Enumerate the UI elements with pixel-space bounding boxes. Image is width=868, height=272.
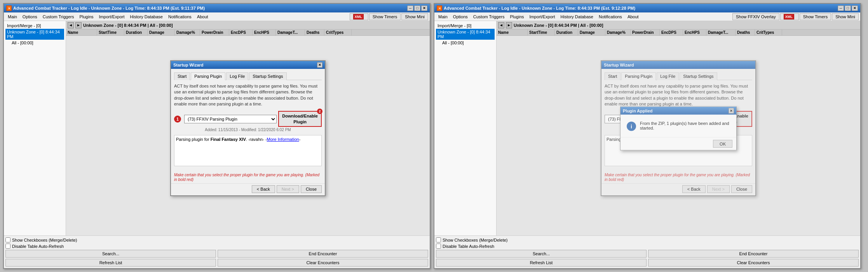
dialog-tab-parsing-2[interactable]: Parsing Plugin — [621, 72, 656, 80]
startup-wizard-dialog-2: Startup Wizard Start Parsing Plugin Log … — [601, 60, 756, 196]
back-btn-1[interactable]: < Back — [252, 185, 275, 193]
search-btn-2[interactable]: Search... — [436, 250, 647, 258]
checkbox-merge-label-2: Show Checkboxes (Merge/Delete) — [443, 238, 508, 242]
plugin-date-1: Added: 11/15/2013 - Modified: 1/22/2020 … — [174, 128, 322, 132]
window-controls-1: ─ □ ✕ — [407, 5, 427, 11]
dialog-footer-2: < Back Next > Close — [601, 183, 755, 195]
menu-about-1[interactable]: About — [195, 14, 211, 20]
refresh-btn-2[interactable]: Refresh List — [436, 259, 647, 267]
minimize-btn-2[interactable]: ─ — [838, 5, 844, 11]
plugin-desc-text-1: Parsing plugin for Final Fantasy XIV. -r… — [176, 137, 300, 142]
menu-notifications-2[interactable]: Notifications — [596, 14, 624, 20]
sidebar-all-2[interactable]: All - [00:00] — [436, 40, 495, 46]
plugin-applied-close-btn[interactable]: ✕ — [729, 108, 734, 113]
plugin-applied-footer: OK — [620, 137, 736, 150]
clear-encounters-btn-1[interactable]: Clear Encounters — [218, 259, 428, 267]
bottom-bar-2: Show Checkboxes (Merge/Delete) Disable T… — [434, 235, 860, 268]
checkbox-refresh-label-2: Disable Table Auto-Refresh — [443, 244, 494, 249]
menu-about-2[interactable]: About — [625, 14, 641, 20]
dialog-tab-startup-1[interactable]: Startup Settings — [249, 72, 286, 80]
close-btn-dialog-2[interactable]: Close — [731, 185, 752, 193]
close-btn-dialog-1[interactable]: Close — [301, 185, 322, 193]
end-encounter-btn-1[interactable]: End Encounter — [218, 250, 428, 258]
sidebar-unknown-zone-2[interactable]: Unknown Zone - [0] 8:44:34 PM — [436, 29, 495, 40]
dialog-title-1: Startup Wizard — [173, 63, 204, 67]
sidebar-import-merge-1[interactable]: Import/Merge - [0] — [5, 23, 64, 29]
checkbox-row-3: Show Checkboxes (Merge/Delete) — [436, 237, 859, 242]
plugin-applied-title-bar: Plugin Applied ✕ — [620, 107, 736, 114]
dialog-body-1: Start Parsing Plugin Log File Startup Se… — [171, 69, 325, 172]
search-btn-1[interactable]: Search... — [5, 250, 216, 258]
dialog-description-2: ACT by itself does not have any capabili… — [605, 83, 752, 107]
menu-options-1[interactable]: Options — [20, 14, 40, 20]
show-ffxiv-overlay-btn[interactable]: Show FFXIV Overlay — [732, 13, 779, 20]
window-controls-2: ─ □ ✕ — [838, 5, 858, 11]
checkbox-merge-delete-2[interactable] — [436, 237, 441, 242]
app-icon-1: ⚔ — [6, 5, 12, 11]
menu-history-2[interactable]: History Database — [558, 14, 596, 20]
checkbox-row-4: Disable Table Auto-Refresh — [436, 244, 859, 249]
checkbox-refresh-label-1: Disable Table Auto-Refresh — [12, 244, 64, 249]
show-mini-btn-2[interactable]: Show Mini — [832, 13, 859, 20]
menu-bar-2: Main Options Custom Triggers Plugins Imp… — [434, 12, 860, 21]
window1: ⚔ Advanced Combat Tracker - Log Idle - U… — [3, 3, 431, 269]
next-btn-1[interactable]: Next > — [277, 185, 299, 193]
menu-import-export-2[interactable]: Import/Export — [527, 14, 558, 20]
warning-container-2: Make certain that you select the proper … — [601, 172, 755, 183]
info-icon: i — [627, 121, 636, 131]
menu-main-2[interactable]: Main — [436, 14, 450, 20]
plugin-select-1[interactable]: (73) FFXIV Parsing Plugin — [184, 115, 277, 123]
end-encounter-btn-2[interactable]: End Encounter — [648, 250, 859, 258]
menu-plugins-2[interactable]: Plugins — [507, 14, 526, 20]
plugin-applied-dialog: Plugin Applied ✕ i From the ZIP, 1 plugi… — [620, 106, 737, 150]
dialog-tab-logfile-2[interactable]: Log File — [657, 72, 679, 80]
menu-plugins-1[interactable]: Plugins — [77, 14, 96, 20]
show-timers-btn-2[interactable]: Show Timers — [800, 13, 831, 20]
menu-notifications-1[interactable]: Notifications — [166, 14, 194, 20]
number-badge-1: 1 — [174, 116, 181, 123]
dialog-tab-parsing-1[interactable]: Parsing Plugin — [191, 72, 225, 80]
menu-history-1[interactable]: History Database — [128, 14, 165, 20]
dialog-tab-logfile-1[interactable]: Log File — [226, 72, 248, 80]
clear-encounters-btn-2[interactable]: Clear Encounters — [648, 259, 859, 267]
maximize-btn-2[interactable]: □ — [845, 5, 851, 11]
checkbox-auto-refresh-2[interactable] — [436, 244, 441, 249]
show-mini-btn-1[interactable]: Show Mini — [401, 13, 428, 20]
sidebar-import-merge-2[interactable]: Import/Merge - [0] — [436, 23, 495, 29]
sidebar-all-1[interactable]: All - [00:00] — [5, 40, 64, 46]
sidebar-unknown-zone-1[interactable]: Unknown Zone - [0] 8:44:34 PM — [5, 29, 64, 40]
refresh-btn-1[interactable]: Refresh List — [5, 259, 216, 267]
dialog-tab-bar-1: Start Parsing Plugin Log File Startup Se… — [174, 72, 322, 80]
menu-import-export-1[interactable]: Import/Export — [97, 14, 127, 20]
plugin-applied-ok-btn[interactable]: OK — [713, 140, 732, 147]
dialog-tab-startup-2[interactable]: Startup Settings — [680, 72, 717, 80]
checkbox-merge-delete-1[interactable] — [5, 237, 10, 242]
more-info-link-1[interactable]: More Information — [267, 137, 299, 142]
dialog-tab-start-2[interactable]: Start — [605, 72, 620, 80]
checkbox-row-1: Show Checkboxes (Merge/Delete) — [5, 237, 428, 242]
sidebar-2: Import/Merge - [0] Unknown Zone - [0] 8:… — [434, 21, 497, 235]
dialog-tab-start-1[interactable]: Start — [174, 72, 190, 80]
back-btn-2[interactable]: < Back — [682, 185, 706, 193]
close-btn-1[interactable]: ✕ — [421, 5, 427, 11]
xml-import-btn-2[interactable]: XML — [780, 13, 799, 20]
dialog-close-btn-1[interactable]: ✕ — [317, 62, 322, 68]
maximize-btn-1[interactable]: □ — [414, 5, 420, 11]
plugin-row-1: 1 (73) FFXIV Parsing Plugin 2 Download/E… — [174, 111, 322, 127]
menu-custom-triggers-1[interactable]: Custom Triggers — [40, 14, 77, 20]
checkbox-auto-refresh-1[interactable] — [5, 244, 10, 249]
minimize-btn-1[interactable]: ─ — [407, 5, 413, 11]
next-btn-2[interactable]: Next > — [707, 185, 730, 193]
plugin-applied-title-text: Plugin Applied — [623, 108, 653, 113]
menu-custom-triggers-2[interactable]: Custom Triggers — [471, 14, 507, 20]
warning-text-1: Make certain that you select the proper … — [174, 173, 319, 182]
download-enable-btn-1[interactable]: Download/EnablePlugin — [278, 111, 322, 127]
sidebar-1: Import/Merge - [0] Unknown Zone - [0] 8:… — [4, 21, 66, 235]
plugin-desc-area-1: Parsing plugin for Final Fantasy XIV. -r… — [174, 135, 322, 166]
menu-main-1[interactable]: Main — [5, 14, 19, 20]
show-timers-btn-1[interactable]: Show Timers — [369, 13, 401, 20]
close-btn-2[interactable]: ✕ — [852, 5, 858, 11]
title-bar-1: ⚔ Advanced Combat Tracker - Log Idle - U… — [4, 4, 430, 12]
menu-options-2[interactable]: Options — [451, 14, 470, 20]
xml-import-btn-1[interactable]: XML — [350, 13, 368, 20]
